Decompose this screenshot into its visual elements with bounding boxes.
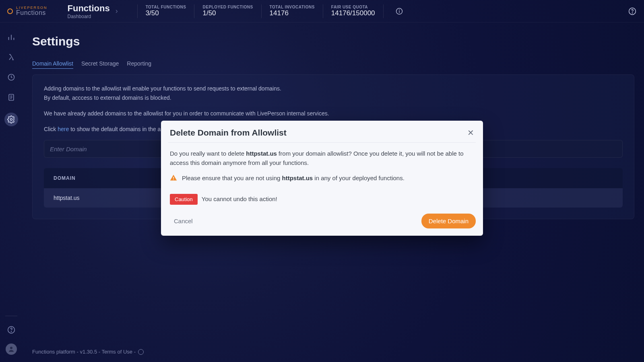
modal-domain: httpstat.us: [282, 175, 313, 181]
modal-question: Do you really want to delete httpstat.us…: [170, 149, 474, 167]
modal-overlay: Delete Domain from Allowlist ✕ Do you re…: [0, 0, 644, 362]
modal-domain: httpstat.us: [246, 150, 277, 157]
warning-icon: [170, 174, 177, 184]
modal-title: Delete Domain from Allowlist: [170, 128, 287, 138]
svg-rect-17: [173, 177, 174, 179]
text: in any of your deployed functions.: [313, 175, 405, 181]
close-icon[interactable]: ✕: [467, 129, 474, 137]
delete-domain-button[interactable]: Delete Domain: [421, 214, 476, 228]
svg-rect-18: [173, 179, 174, 180]
modal-warning: Please ensure that you are not using htt…: [182, 174, 405, 183]
cancel-button[interactable]: Cancel: [170, 214, 197, 228]
caution-text: You cannot undo this action!: [202, 195, 277, 204]
text: Do you really want to delete: [170, 150, 246, 157]
text: Please ensure that you are not using: [182, 175, 282, 181]
delete-domain-modal: Delete Domain from Allowlist ✕ Do you re…: [161, 121, 483, 236]
caution-badge: Caution: [170, 194, 198, 205]
